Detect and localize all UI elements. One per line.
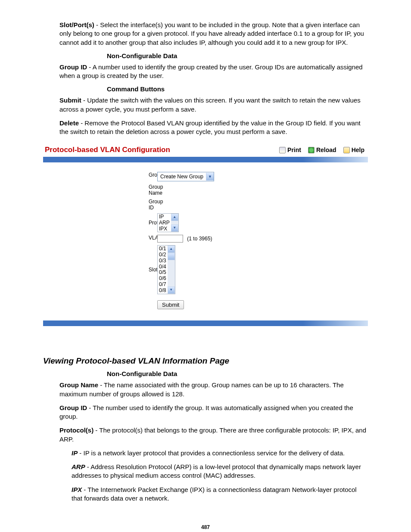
- group-select[interactable]: Create New Group ▼: [157, 172, 214, 181]
- slotport-opt[interactable]: 0/5: [159, 270, 166, 276]
- help-link[interactable]: Help: [343, 146, 364, 153]
- chevron-down-icon: ▼: [206, 173, 214, 180]
- text-groupid: - A number used to identify the group cr…: [59, 63, 363, 79]
- scroll-up-icon[interactable]: ▲: [168, 246, 175, 253]
- term-groupname2: Group Name: [59, 381, 98, 389]
- label-slotport: Slot/Port: [43, 267, 157, 273]
- text-groupid2: - The number used to identify the group.…: [59, 404, 353, 420]
- panel-title: Protocol-based VLAN Configuration: [45, 146, 272, 154]
- heading-cmdbuttons: Command Buttons: [107, 85, 368, 93]
- protocol-opt[interactable]: ARP: [159, 220, 170, 226]
- para-slotport: Slot/Port(s) - Select the interface(s) y…: [59, 21, 368, 47]
- label-groupid: Group ID: [43, 199, 157, 211]
- protocol-opt[interactable]: IP: [159, 214, 170, 220]
- reload-icon: [308, 147, 314, 153]
- slotport-opt[interactable]: 0/1: [159, 246, 166, 252]
- para-groupid: Group ID - A number used to identify the…: [59, 63, 368, 81]
- reload-label: Reload: [316, 146, 336, 153]
- protocols-scrollbar[interactable]: ▲ ▼: [171, 214, 178, 232]
- vlan-input[interactable]: [157, 235, 183, 243]
- row-groupname: Group Name: [43, 184, 368, 196]
- term-ip: IP: [72, 449, 78, 457]
- help-icon: [343, 147, 350, 153]
- group-select-value: Create New Group: [158, 174, 206, 180]
- para-ip: IP - IP is a network layer protocol that…: [72, 449, 368, 457]
- para-groupid2: Group ID - The number used to identify t…: [59, 404, 368, 421]
- print-link[interactable]: Print: [279, 146, 301, 153]
- form-area: Group Create New Group ▼ Group Name Grou…: [43, 162, 368, 316]
- scroll-track[interactable]: [168, 260, 175, 286]
- bottom-block: Non-Configurable Data Group Name - The n…: [59, 370, 368, 503]
- config-panel: Protocol-based VLAN Configuration Print …: [43, 144, 368, 326]
- label-groupname: Group Name: [43, 184, 157, 196]
- print-label: Print: [287, 146, 301, 153]
- blue-bar-top: [43, 157, 368, 162]
- blue-bar-bottom: [43, 320, 368, 326]
- text-slotport: - Select the interface(s) you want to be…: [59, 21, 364, 46]
- text-delete: - Remove the Protocol Based VLAN group i…: [59, 119, 361, 135]
- panel-header: Protocol-based VLAN Configuration Print …: [43, 144, 368, 157]
- term-groupid: Group ID: [59, 63, 87, 71]
- help-label: Help: [352, 146, 364, 153]
- para-arp: ARP - Address Resolution Protocol (ARP) …: [72, 463, 368, 480]
- text-ip: - IP is a network layer protocol that pr…: [78, 449, 345, 457]
- row-group: Group Create New Group ▼: [43, 172, 368, 181]
- protocols-listbox[interactable]: IP ARP IPX ▲ ▼: [157, 213, 179, 232]
- term-groupid2: Group ID: [59, 404, 87, 411]
- row-slotport: Slot/Port 0/1 0/2 0/3 0/4 0/5 0/6 0/7 0/…: [43, 245, 368, 294]
- text-arp: - Address Resolution Protocol (ARP) is a…: [72, 463, 361, 479]
- text-protocols2: - The protocol(s) that belongs to the gr…: [59, 426, 366, 442]
- slotport-opt[interactable]: 0/6: [159, 276, 166, 282]
- para-submit: Submit - Update the switch with the valu…: [59, 96, 368, 114]
- row-submit: Submit: [43, 300, 368, 309]
- slotport-opt[interactable]: 0/4: [159, 264, 166, 270]
- section-title: Viewing Protocol-based VLAN Information …: [43, 356, 368, 366]
- label-group: Group: [43, 172, 157, 178]
- page-number: 487: [43, 524, 368, 530]
- slotport-opt[interactable]: 0/7: [159, 282, 166, 288]
- slotport-options: 0/1 0/2 0/3 0/4 0/5 0/6 0/7 0/8: [158, 246, 168, 294]
- term-submit: Submit: [59, 96, 81, 104]
- para-delete: Delete - Remove the Protocol Based VLAN …: [59, 119, 368, 137]
- reload-link[interactable]: Reload: [308, 146, 336, 153]
- term-ipx: IPX: [72, 486, 82, 493]
- protocols-options: IP ARP IPX: [158, 214, 171, 232]
- document-page: Slot/Port(s) - Select the interface(s) y…: [0, 0, 411, 532]
- term-arp: ARP: [72, 463, 85, 470]
- text-groupname2: - The name associated with the group. Gr…: [59, 381, 344, 397]
- scroll-down-icon[interactable]: ▼: [168, 286, 175, 294]
- text-ipx: - The Internetwork Packet Exchange (IPX)…: [72, 486, 357, 502]
- vlan-hint: (1 to 3965): [187, 236, 212, 242]
- protocol-opt[interactable]: IPX: [159, 226, 170, 232]
- para-ipx: IPX - The Internetwork Packet Exchange (…: [72, 485, 368, 503]
- scroll-up-icon[interactable]: ▲: [171, 214, 178, 221]
- heading-nonconfig2: Non-Configurable Data: [107, 370, 368, 377]
- term-protocols2: Protocol(s): [59, 426, 93, 434]
- print-icon: [279, 147, 286, 153]
- label-vlan: VLAN: [43, 235, 157, 241]
- row-groupid: Group ID: [43, 199, 368, 211]
- slotport-opt[interactable]: 0/2: [159, 252, 166, 258]
- slotport-opt[interactable]: 0/8: [159, 288, 166, 294]
- term-slotport: Slot/Port(s): [59, 21, 94, 28]
- scroll-thumb[interactable]: [168, 253, 175, 260]
- text-submit: - Update the switch with the values on t…: [59, 96, 361, 112]
- slotport-listbox[interactable]: 0/1 0/2 0/3 0/4 0/5 0/6 0/7 0/8 ▲: [157, 245, 175, 294]
- heading-nonconfig: Non-Configurable Data: [107, 52, 368, 59]
- slotport-opt[interactable]: 0/3: [159, 258, 166, 264]
- para-groupname2: Group Name - The name associated with th…: [59, 381, 368, 398]
- scroll-track[interactable]: [171, 221, 178, 224]
- scroll-down-icon[interactable]: ▼: [171, 224, 178, 232]
- row-vlan: VLAN (1 to 3965): [43, 235, 368, 243]
- term-delete: Delete: [59, 119, 79, 127]
- label-protocols: Protocols: [43, 220, 157, 226]
- para-protocols2: Protocol(s) - The protocol(s) that belon…: [59, 426, 368, 444]
- submit-button[interactable]: Submit: [157, 300, 184, 309]
- top-block: Slot/Port(s) - Select the interface(s) y…: [59, 21, 368, 136]
- row-protocols: Protocols IP ARP IPX ▲ ▼: [43, 213, 368, 232]
- slotport-scrollbar[interactable]: ▲ ▼: [168, 246, 175, 294]
